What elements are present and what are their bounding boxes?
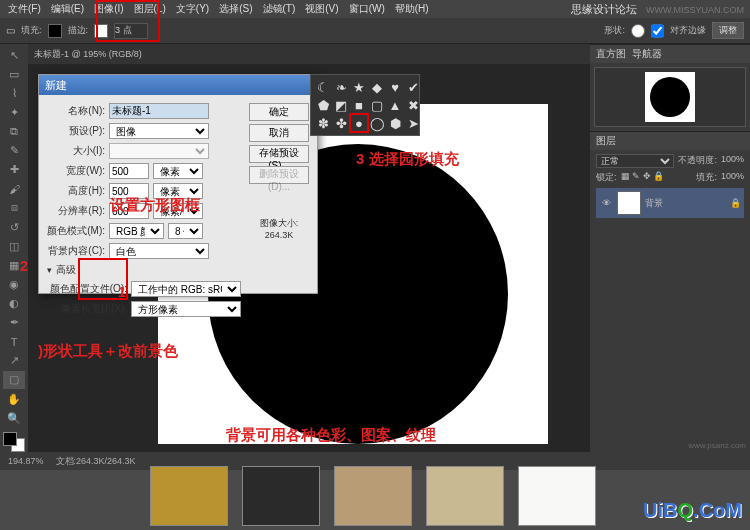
name-input[interactable] — [109, 103, 209, 119]
menu-file[interactable]: 文件(F) — [4, 2, 45, 16]
histogram-tab[interactable]: 直方图 — [596, 47, 626, 61]
width-input[interactable] — [109, 163, 149, 179]
res-unit[interactable]: 像素/英寸 — [153, 203, 203, 219]
panels: 直方图 导航器 图层 正常 不透明度:100% 锁定: ▦ ✎ ✥ 🔒 填充:1… — [590, 44, 750, 452]
shape-flower-icon[interactable]: ✽ — [315, 115, 331, 131]
swatch-4[interactable] — [426, 466, 504, 526]
blur-tool-icon[interactable]: ◉ — [3, 275, 25, 293]
gradient-tool-icon[interactable]: ▦ — [3, 256, 25, 274]
width-unit[interactable]: 像素 — [153, 163, 203, 179]
menu-image[interactable]: 图像(I) — [90, 2, 127, 16]
crop-tool-icon[interactable]: ⧉ — [3, 122, 25, 140]
brush-tool-icon[interactable]: 🖌 — [3, 180, 25, 198]
shape-square2-icon[interactable]: ▢ — [369, 97, 385, 113]
heal-tool-icon[interactable]: ✚ — [3, 161, 25, 179]
swatch-3[interactable] — [334, 466, 412, 526]
blend-mode-select[interactable]: 正常 — [596, 154, 674, 168]
wand-tool-icon[interactable]: ✦ — [3, 103, 25, 121]
history-brush-icon[interactable]: ↺ — [3, 218, 25, 236]
eyedropper-tool-icon[interactable]: ✎ — [3, 142, 25, 160]
shape-tool-icon-tb[interactable]: ▢ — [3, 371, 25, 389]
shape-ring-icon[interactable]: ◯ — [369, 115, 385, 131]
layer-thumbnail[interactable] — [617, 191, 641, 215]
shape-star-icon[interactable]: ★ — [351, 79, 367, 95]
swatch-1[interactable] — [150, 466, 228, 526]
mode-select[interactable]: RGB 颜色 — [109, 223, 164, 239]
advanced-label[interactable]: 高级 — [56, 263, 76, 277]
layer-name: 背景 — [645, 197, 663, 210]
visibility-icon[interactable]: 👁 — [599, 196, 613, 210]
shape-triangle-icon[interactable]: ▲ — [387, 97, 403, 113]
stroke-width-input[interactable] — [114, 23, 148, 39]
lock-icons[interactable]: ▦ ✎ ✥ 🔒 — [621, 171, 665, 184]
type-tool-icon[interactable]: T — [3, 333, 25, 351]
profile-select[interactable]: 工作中的 RGB: sRGB IEC6196... — [131, 281, 241, 297]
marquee-tool-icon[interactable]: ▭ — [3, 65, 25, 83]
document-tab[interactable]: 未标题-1 @ 195% (RGB/8) — [28, 44, 590, 64]
opacity-value[interactable]: 100% — [721, 154, 744, 168]
bg-select[interactable]: 白色 — [109, 243, 209, 259]
menu-layer[interactable]: 图层(L) — [130, 2, 170, 16]
eraser-tool-icon[interactable]: ◫ — [3, 237, 25, 255]
filesize-label: 图像大小: — [249, 217, 309, 230]
shape-check-icon[interactable]: ✔ — [405, 79, 421, 95]
shape-heart-icon[interactable]: ♥ — [387, 79, 403, 95]
zoom-tool-icon[interactable]: 🔍 — [3, 409, 25, 427]
adjust-button[interactable]: 调整 — [712, 22, 744, 39]
menu-view[interactable]: 视图(V) — [301, 2, 342, 16]
save-preset-button[interactable]: 存储预设(S)... — [249, 145, 309, 163]
shape-square-icon[interactable]: ■ — [351, 97, 367, 113]
bits-select[interactable]: 8 位 — [168, 223, 203, 239]
zoom-level[interactable]: 194.87% — [8, 456, 44, 466]
ok-button[interactable]: 确定 — [249, 103, 309, 121]
shape-arrow-icon[interactable]: ➤ — [405, 115, 421, 131]
swatch-row — [150, 466, 596, 526]
shape-clover-icon[interactable]: ✤ — [333, 115, 349, 131]
stamp-tool-icon[interactable]: ⧇ — [3, 199, 25, 217]
shape-moon-icon[interactable]: ☾ — [315, 79, 331, 95]
pen-tool-icon[interactable]: ✒ — [3, 314, 25, 332]
size-label: 大小(I): — [47, 144, 105, 158]
shape-preview-icon[interactable] — [631, 24, 645, 38]
shape-circle-icon[interactable]: ● — [351, 115, 367, 131]
res-label: 分辨率(R): — [47, 204, 105, 218]
menu-filter[interactable]: 滤镜(T) — [259, 2, 300, 16]
res-input[interactable] — [109, 203, 149, 219]
preset-select[interactable]: 图像 — [109, 123, 209, 139]
stroke-swatch[interactable] — [94, 24, 108, 38]
shape-leaf-icon[interactable]: ❧ — [333, 79, 349, 95]
menu-window[interactable]: 窗口(W) — [345, 2, 389, 16]
fill-value[interactable]: 100% — [721, 171, 744, 184]
aspect-select[interactable]: 方形像素 — [131, 301, 241, 317]
cancel-button[interactable]: 取消 — [249, 124, 309, 142]
shape-diamond-icon[interactable]: ◆ — [369, 79, 385, 95]
swatch-5[interactable] — [518, 466, 596, 526]
doc-size: 文档:264.3K/264.3K — [56, 455, 136, 468]
height-unit[interactable]: 像素 — [153, 183, 203, 199]
shape-tile-icon[interactable]: ◩ — [333, 97, 349, 113]
layers-tab[interactable]: 图层 — [590, 132, 750, 150]
shape-tool-icon[interactable]: ▭ — [6, 25, 15, 36]
dodge-tool-icon[interactable]: ◐ — [3, 294, 25, 312]
path-tool-icon[interactable]: ↗ — [3, 352, 25, 370]
menu-help[interactable]: 帮助(H) — [391, 2, 433, 16]
menu-select[interactable]: 选择(S) — [215, 2, 256, 16]
height-input[interactable] — [109, 183, 149, 199]
hand-tool-icon[interactable]: ✋ — [3, 390, 25, 408]
layer-row[interactable]: 👁 背景 🔒 — [596, 188, 744, 218]
menu-edit[interactable]: 编辑(E) — [47, 2, 88, 16]
navigator-tab[interactable]: 导航器 — [632, 47, 662, 61]
align-edges-checkbox[interactable] — [651, 23, 664, 39]
fill-swatch[interactable] — [48, 24, 62, 38]
navigator-preview[interactable] — [594, 67, 746, 127]
fg-bg-swatch[interactable] — [3, 432, 25, 452]
fg-color-swatch[interactable] — [3, 432, 17, 446]
lasso-tool-icon[interactable]: ⌇ — [3, 84, 25, 102]
shape-blob-icon[interactable]: ⬟ — [315, 97, 331, 113]
swatch-2[interactable] — [242, 466, 320, 526]
shape-cross-icon[interactable]: ✖ — [405, 97, 421, 113]
menu-type[interactable]: 文字(Y) — [172, 2, 213, 16]
move-tool-icon[interactable]: ↖ — [3, 46, 25, 64]
align-edges-label: 对齐边缘 — [670, 24, 706, 37]
shape-puzzle-icon[interactable]: ⬢ — [387, 115, 403, 131]
